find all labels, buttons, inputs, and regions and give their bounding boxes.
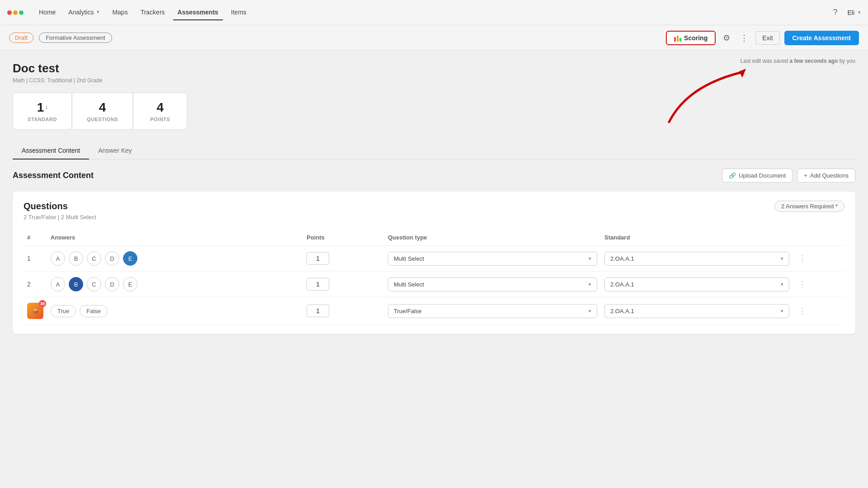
user-menu[interactable]: Eli ▾	[847, 9, 861, 16]
exit-button[interactable]: Exit	[755, 31, 779, 45]
row1-question-type: Multi Select ▾	[384, 246, 601, 272]
navbar: Home Analytics ▾ Maps Trackers Assessmen…	[0, 0, 868, 25]
row2-num: 2	[24, 272, 47, 297]
answers-required-badge: 2 Answers Required *	[774, 201, 844, 212]
answer-D-row1[interactable]: D	[105, 251, 119, 266]
row2-answers: A B C D E	[47, 272, 303, 297]
standard-dropdown-row3[interactable]: 2.OA.A.1 ▾	[604, 304, 789, 318]
answer-C-row1[interactable]: C	[87, 251, 101, 266]
logo	[7, 10, 24, 15]
nav-links: Home Analytics ▾ Maps Trackers Assessmen…	[34, 5, 251, 20]
standard-chevron-icon: ▾	[781, 256, 783, 262]
nav-right: ? Eli ▾	[830, 5, 861, 20]
question-type-dropdown-row1[interactable]: Multi Select ▾	[388, 252, 597, 266]
row2-more-icon[interactable]: ⋮	[797, 280, 808, 289]
question-type-dropdown-row3[interactable]: True/False ▾	[388, 304, 597, 318]
dropdown-chevron-icon: ▾	[589, 282, 591, 287]
standard-chevron-icon: ▾	[781, 282, 783, 287]
help-button[interactable]: ?	[830, 5, 840, 20]
plus-icon: +	[804, 172, 807, 179]
logo-dot-green	[19, 10, 24, 15]
answer-B-row2[interactable]: B	[69, 277, 83, 291]
nav-assessments[interactable]: Assessments	[173, 5, 223, 20]
questions-subtitle: 2 True/False | 2 Multi Select	[24, 214, 844, 221]
questions-title: Questions	[24, 201, 68, 211]
answer-circles-row1: A B C D E	[51, 251, 299, 266]
stat-standards: 1 ℹ STANDARD	[13, 93, 72, 130]
answer-true-row3[interactable]: True	[51, 305, 76, 317]
create-assessment-button[interactable]: Create Assessment	[784, 31, 859, 45]
nav-items[interactable]: Items	[226, 5, 251, 20]
dropdown-chevron-icon: ▾	[589, 308, 591, 314]
nav-analytics[interactable]: Analytics ▾	[64, 5, 104, 20]
logo-dot-orange	[13, 10, 18, 15]
standard-chevron-icon: ▾	[781, 308, 783, 314]
add-questions-button[interactable]: + Add Questions	[797, 169, 855, 183]
draft-badge: Draft	[9, 33, 33, 43]
table-row: 📦 38 True False	[24, 297, 844, 325]
answer-false-row3[interactable]: False	[80, 305, 108, 317]
col-question-type: Question type	[384, 230, 601, 246]
document-meta: Math | CCSS: Traditional | 2nd Grade	[13, 77, 855, 84]
row1-standard: 2.OA.A.1 ▾	[601, 246, 793, 272]
answer-E-row1[interactable]: E	[123, 251, 137, 266]
standard-dropdown-row2[interactable]: 2.OA.A.1 ▾	[604, 277, 789, 291]
scoring-chart-icon	[674, 34, 681, 42]
info-icon[interactable]: ℹ	[46, 105, 47, 111]
section-title: Assessment Content	[13, 171, 94, 180]
standard-dropdown-row1[interactable]: 2.OA.A.1 ▾	[604, 252, 789, 266]
logo-dot-red	[7, 10, 12, 15]
answer-D-row2[interactable]: D	[105, 277, 119, 291]
nav-home[interactable]: Home	[34, 5, 60, 20]
row3-actions[interactable]: ⋮	[793, 297, 844, 325]
questions-table: # Answers Points Question type Standard …	[24, 230, 844, 325]
col-answers: Answers	[47, 230, 303, 246]
saved-indicator: Last edit was saved a few seconds ago by…	[741, 58, 855, 64]
avatar-badge: 38	[39, 300, 46, 307]
col-standard: Standard	[601, 230, 793, 246]
user-chevron-icon: ▾	[858, 9, 861, 15]
answer-A-row1[interactable]: A	[51, 251, 65, 266]
answer-E-row2[interactable]: E	[123, 277, 137, 291]
scoring-button[interactable]: Scoring	[666, 31, 716, 45]
row1-more-icon[interactable]: ⋮	[797, 254, 808, 263]
question-type-dropdown-row2[interactable]: Multi Select ▾	[388, 277, 597, 291]
nav-maps[interactable]: Maps	[108, 5, 132, 20]
row2-actions[interactable]: ⋮	[793, 272, 844, 297]
table-row: 2 A B C D E	[24, 272, 844, 297]
stats-row: 1 ℹ STANDARD 4 QUESTIONS 4 POINTS	[13, 93, 855, 130]
row1-points	[303, 246, 384, 272]
nav-trackers[interactable]: Trackers	[136, 5, 170, 20]
answer-pills-row3: True False	[51, 305, 299, 317]
toolbar-actions: Scoring ⚙ ⋮ Exit Create Assessment	[666, 30, 859, 46]
row1-actions[interactable]: ⋮	[793, 246, 844, 272]
upload-document-button[interactable]: 🔗 Upload Document	[722, 169, 793, 183]
col-number: #	[24, 230, 47, 246]
row2-question-type: Multi Select ▾	[384, 272, 601, 297]
stat-points: 4 POINTS	[133, 93, 187, 130]
questions-header: Questions 2 Answers Required *	[24, 201, 844, 212]
points-input-row2[interactable]	[307, 278, 329, 291]
formative-badge: Formative Assessment	[39, 33, 112, 43]
section-header: Assessment Content 🔗 Upload Document + A…	[13, 169, 855, 183]
points-input-row1[interactable]	[307, 252, 329, 265]
col-points: Points	[303, 230, 384, 246]
tab-answer-key[interactable]: Answer Key	[89, 142, 141, 160]
row1-num: 1	[24, 246, 47, 272]
more-options-button[interactable]: ⋮	[737, 30, 751, 46]
tab-assessment-content[interactable]: Assessment Content	[13, 142, 89, 160]
avatar-container: 📦 38	[27, 303, 43, 319]
answer-C-row2[interactable]: C	[87, 277, 101, 291]
link-icon: 🔗	[729, 172, 736, 179]
answer-A-row2[interactable]: A	[51, 277, 65, 291]
table-row: 1 A B C D E	[24, 246, 844, 272]
main-content: Last edit was saved a few seconds ago by…	[0, 51, 868, 345]
points-input-row3[interactable]	[307, 305, 329, 317]
row3-points	[303, 297, 384, 325]
settings-button[interactable]: ⚙	[720, 30, 733, 46]
row2-points	[303, 272, 384, 297]
answer-B-row1[interactable]: B	[69, 251, 83, 266]
row3-more-icon[interactable]: ⋮	[797, 306, 808, 315]
row3-question-type: True/False ▾	[384, 297, 601, 325]
header-actions: 🔗 Upload Document + Add Questions	[722, 169, 855, 183]
